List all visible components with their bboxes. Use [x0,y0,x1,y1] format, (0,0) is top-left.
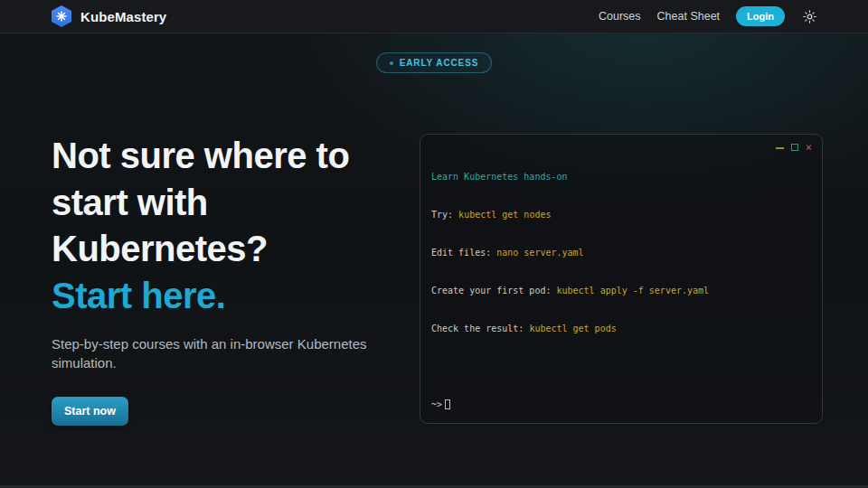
terminal-text: Check the result: [431,324,529,333]
terminal-command: nano server.yaml [496,248,583,258]
brand[interactable]: KubeMastery [52,5,166,27]
terminal-cursor [445,399,450,409]
early-access-label: EARLY ACCESS [400,58,479,68]
terminal-line: Check the result: kubectl get pods [431,323,811,335]
hero-heading: Not sure where to start with Kubernetes?… [52,133,368,319]
nav-link-courses[interactable]: Courses [599,10,641,23]
terminal-line: Learn Kubernetes hands-on [431,171,811,183]
navbar: KubeMastery Courses Cheat Sheet Login [0,0,868,33]
asterisk-icon [56,11,67,22]
terminal-prompt-line[interactable]: ~> [431,399,811,411]
nav-link-cheat-sheet[interactable]: Cheat Sheet [657,10,721,23]
landing-page: KubeMastery Courses Cheat Sheet Login [0,0,868,488]
hero-subtext: Step-by-step courses with an in-browser … [52,334,370,372]
dot-icon [390,61,393,65]
theme-toggle-button[interactable] [803,10,816,23]
terminal-command: kubectl get nodes [458,210,551,220]
login-button[interactable]: Login [736,6,785,26]
kubernetes-hexagon-icon [52,5,71,27]
brand-name: KubeMastery [80,9,166,24]
early-access-badge: EARLY ACCESS [376,52,493,73]
early-access-badge-row: EARLY ACCESS [0,52,868,73]
hero-heading-main: Not sure where to start with Kubernetes? [52,136,349,268]
start-now-button[interactable]: Start now [52,397,128,426]
terminal-line: Try: kubectl get nodes [431,209,811,221]
terminal-window: × Learn Kubernetes hands-on Try: kubectl… [420,134,823,424]
navbar-right: Courses Cheat Sheet Login [599,6,816,26]
terminal-prompt: ~> [431,399,442,409]
terminal-command: kubectl get pods [529,324,616,333]
hero-heading-accent: Start here. [52,273,368,320]
terminal-text: Create your first pod: [431,286,556,296]
minimize-icon[interactable] [776,147,784,149]
terminal-output: Learn Kubernetes hands-on Try: kubectl g… [431,145,811,436]
terminal-line: Edit files: nano server.yaml [431,247,811,259]
terminal-line: Create your first pod: kubectl apply -f … [431,285,811,297]
terminal-window-controls: × [776,143,812,152]
sun-icon [803,10,816,23]
terminal-blank-line [431,361,811,373]
terminal-text: Try: [431,210,458,220]
terminal-command: kubectl apply -f server.yaml [556,286,709,296]
close-icon[interactable]: × [806,143,812,152]
terminal-text: Edit files: [431,248,496,258]
maximize-icon[interactable] [791,144,798,151]
terminal-text: Learn Kubernetes hands-on [431,172,568,182]
hero-section: Not sure where to start with Kubernetes?… [52,133,388,426]
